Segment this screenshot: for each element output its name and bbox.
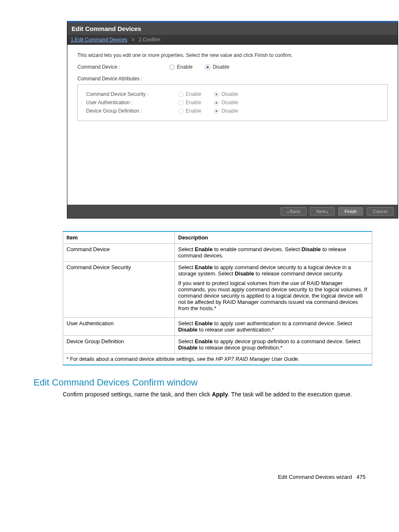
- radio-icon: [178, 108, 184, 114]
- cancel-button[interactable]: Cancel: [367, 207, 394, 216]
- table-header-item: Item: [63, 231, 175, 244]
- back-button: Back: [281, 207, 306, 216]
- table-cell-desc: Select Enable to enable command devices.…: [175, 244, 372, 262]
- table-cell-desc: Select Enable to apply device group defi…: [175, 336, 372, 354]
- radio-icon: [169, 64, 175, 70]
- table-cell-item: User Authentication: [63, 318, 175, 336]
- radio-icon: [214, 108, 219, 114]
- device-group-definition-label: Device Group Definition :: [86, 108, 178, 114]
- security-enable-radio: Enable: [178, 91, 201, 97]
- table-cell-item: Command Device: [63, 244, 175, 262]
- table-row: Command Device Security Select Enable to…: [63, 262, 372, 318]
- table-cell-desc: Select Enable to apply user authenticati…: [175, 318, 372, 336]
- wizard-breadcrumb: 1.Edit Command Devices > 2.Confirm: [67, 35, 398, 45]
- groupdef-enable-radio: Enable: [178, 108, 201, 114]
- command-device-security-label: Command Device Security :: [86, 91, 178, 97]
- command-device-attributes-label: Command Device Attributes :: [77, 76, 388, 82]
- table-cell-desc: Select Enable to apply command device se…: [175, 262, 372, 318]
- table-row: Device Group Definition Select Enable to…: [63, 336, 372, 354]
- groupdef-disable-radio: Disable: [214, 108, 238, 114]
- attributes-group: Command Device Security : Enable Disable…: [77, 84, 388, 121]
- radio-icon: [178, 92, 184, 97]
- footer-text: Edit Command Devices wizard: [278, 474, 352, 480]
- next-button: Next: [310, 207, 335, 216]
- section-heading: Edit Command Devices Confirm window: [33, 377, 399, 388]
- userauth-disable-radio: Disable: [214, 100, 238, 105]
- table-row: User Authentication Select Enable to app…: [63, 318, 372, 336]
- breadcrumb-step-1[interactable]: 1.Edit Command Devices: [71, 37, 127, 43]
- table-row: Command Device Select Enable to enable c…: [63, 244, 372, 262]
- table-cell-item: Command Device Security: [63, 262, 175, 318]
- command-device-disable-radio[interactable]: Disable: [205, 64, 229, 70]
- table-cell-item: Device Group Definition: [63, 336, 175, 354]
- breadcrumb-step-2: 2.Confirm: [138, 37, 160, 43]
- dialog-title: Edit Command Devices: [67, 23, 398, 35]
- page-footer: Edit Command Devices wizard 475: [0, 474, 366, 480]
- radio-icon: [178, 100, 184, 105]
- breadcrumb-separator: >: [131, 37, 134, 43]
- section-body: Confirm proposed settings, name the task…: [63, 391, 366, 398]
- command-device-label: Command Device :: [77, 64, 169, 70]
- table-header-description: Description: [175, 231, 372, 244]
- description-table: Item Description Command Device Select E…: [63, 231, 372, 365]
- radio-icon: [214, 100, 219, 105]
- user-authentication-label: User Authentication :: [86, 100, 178, 105]
- radio-icon: [205, 64, 210, 70]
- wizard-intro-text: This wizard lets you edit one or more pr…: [77, 52, 388, 58]
- wizard-button-bar: Back Next Finish Cancel: [67, 205, 398, 218]
- userauth-enable-radio: Enable: [178, 100, 201, 105]
- command-device-enable-radio[interactable]: Enable: [169, 64, 192, 70]
- page-number: 475: [356, 474, 366, 480]
- finish-button[interactable]: Finish: [338, 207, 363, 216]
- table-footnote-row: * For details about a command device att…: [63, 354, 372, 365]
- security-disable-radio: Disable: [214, 91, 238, 97]
- edit-command-devices-dialog: Edit Command Devices 1.Edit Command Devi…: [67, 21, 398, 218]
- radio-icon: [214, 92, 219, 97]
